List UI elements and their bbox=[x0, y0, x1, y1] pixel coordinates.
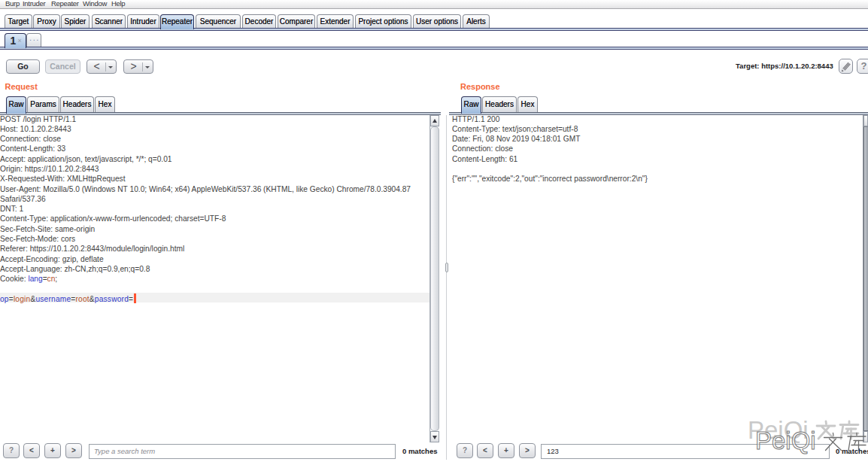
svg-text:PeiQi: PeiQi bbox=[755, 427, 816, 454]
